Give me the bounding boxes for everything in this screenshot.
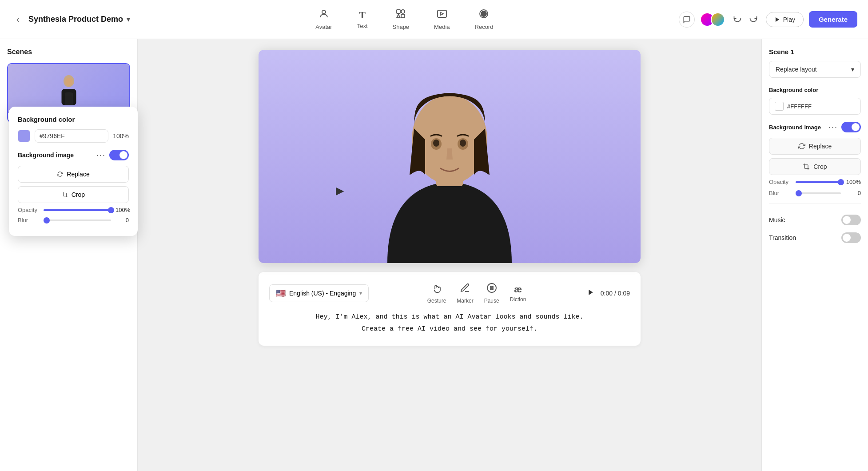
popup-bg-image-row: Background image ··· [18,150,129,160]
popup-bg-toggle[interactable] [109,150,129,160]
popup-controls: ··· [96,150,129,160]
diction-label: Diction [510,296,526,303]
nav-text-label: Text [357,23,368,29]
svg-rect-4 [438,10,446,17]
music-row: Music [769,211,861,229]
record-icon [478,8,489,22]
nav-shape[interactable]: Shape [387,5,415,34]
nav-avatar-label: Avatar [315,24,332,30]
blur-slider[interactable] [796,192,841,194]
popup-bg-color-title: Background color [18,116,129,123]
pause-tool[interactable]: Pause [484,283,499,304]
time-display: 0:00 / 0:09 [585,287,630,299]
color-row[interactable]: #FFFFFF [769,98,861,115]
popup-opacity-value: 100% [115,207,129,213]
popup-blur-row: Blur 0 [18,217,129,224]
language-dropdown-arrow: ▾ [359,290,362,296]
nav-shape-label: Shape [393,24,410,30]
svg-marker-7 [776,17,779,22]
bg-color-label: Background color [769,87,861,93]
diction-icon: æ [514,284,522,295]
opacity-label: Opacity [769,179,791,185]
sidebar: Scenes SCENE 1 [0,39,138,471]
popup-color-row: #9796EF 100% [18,129,129,143]
popup-more-button[interactable]: ··· [96,151,106,160]
gesture-icon [431,283,442,296]
color-value: #FFFFFF [787,103,855,110]
svg-rect-18 [490,286,491,290]
nav-media[interactable]: Media [429,5,455,34]
language-select[interactable]: 🇺🇸 English (US) - Engaging ▾ [269,284,369,302]
script-line-1: Hey, I'm Alex, and this is what an AI Av… [269,311,630,323]
text-editor: 🇺🇸 English (US) - Engaging ▾ Gesture [259,272,641,346]
undo-button[interactable] [730,12,745,27]
generate-button[interactable]: Generate [809,11,857,28]
svg-rect-3 [401,14,405,18]
transition-toggle[interactable] [841,232,861,243]
marker-tool[interactable]: Marker [457,283,473,304]
nav-media-label: Media [434,24,450,30]
header-left: ‹ Synthesia Product Demo ▾ [11,12,130,27]
music-label: Music [769,216,785,224]
shape-icon [395,8,406,22]
bg-image-row: Background image ··· [769,122,861,132]
media-icon [437,8,447,22]
svg-point-10 [65,78,72,86]
redo-button[interactable] [746,12,760,27]
opacity-value: 100% [845,179,861,185]
popup-blur-value: 0 [115,217,129,224]
marker-label: Marker [457,298,473,304]
popup-replace-button[interactable]: Replace [18,166,129,183]
project-dropdown-button[interactable]: ▾ [127,15,130,24]
chevron-down-icon: ▾ [851,66,854,73]
collaborator-avatars [700,12,725,27]
pause-icon [486,283,497,296]
avatar-svg [343,51,556,263]
toolbar-row: 🇺🇸 English (US) - Engaging ▾ Gesture [269,283,630,304]
svg-point-0 [322,10,326,14]
scene-1-preview [8,64,129,113]
blur-row: Blur 0 [769,190,861,196]
blur-value: 0 [845,190,861,196]
popup-color-input[interactable]: #9796EF [35,129,108,143]
header: ‹ Synthesia Product Demo ▾ Avatar T Text… [0,0,868,39]
diction-tool[interactable]: æ Diction [510,284,526,303]
divider-1 [769,204,861,204]
play-small-button[interactable] [585,287,597,299]
gesture-tool[interactable]: Gesture [427,283,446,304]
opacity-slider[interactable] [796,181,841,183]
nav-text[interactable]: T Text [352,6,373,33]
svg-point-15 [433,140,439,147]
bg-image-toggle[interactable] [841,122,861,132]
header-right: Play Generate [679,11,857,28]
avatar-icon [319,8,329,22]
play-button[interactable]: Play [766,12,804,27]
undo-redo-group [730,12,760,27]
music-toggle[interactable] [841,215,861,225]
blur-label: Blur [769,190,791,196]
nav-record-label: Record [475,24,494,30]
popup-color-swatch[interactable] [18,130,30,142]
back-button[interactable]: ‹ [11,12,25,27]
avatar-2 [711,12,725,27]
svg-point-16 [460,140,466,147]
nav-record[interactable]: Record [470,5,499,34]
popup-blur-slider[interactable] [44,220,111,221]
replace-layout-button[interactable]: Replace layout ▾ [769,61,861,78]
popup-blur-label: Blur [18,217,39,224]
popup-opacity-slider[interactable] [44,209,111,211]
crop-button[interactable]: Crop [769,158,861,175]
canvas-background [259,50,641,263]
canvas-wrapper [259,50,641,263]
popup-color-pct: 100% [113,132,129,140]
svg-point-5 [481,11,486,16]
scenes-title: Scenes [7,48,130,56]
popup-crop-button[interactable]: Crop [18,186,129,203]
bg-image-more-button[interactable]: ··· [828,123,838,132]
pause-label: Pause [484,298,499,304]
comment-button[interactable] [679,12,695,28]
nav-avatar[interactable]: Avatar [310,5,337,34]
popup-bg-image-label: Background image [18,152,74,159]
replace-button[interactable]: Replace [769,138,861,155]
svg-point-2 [401,10,405,13]
